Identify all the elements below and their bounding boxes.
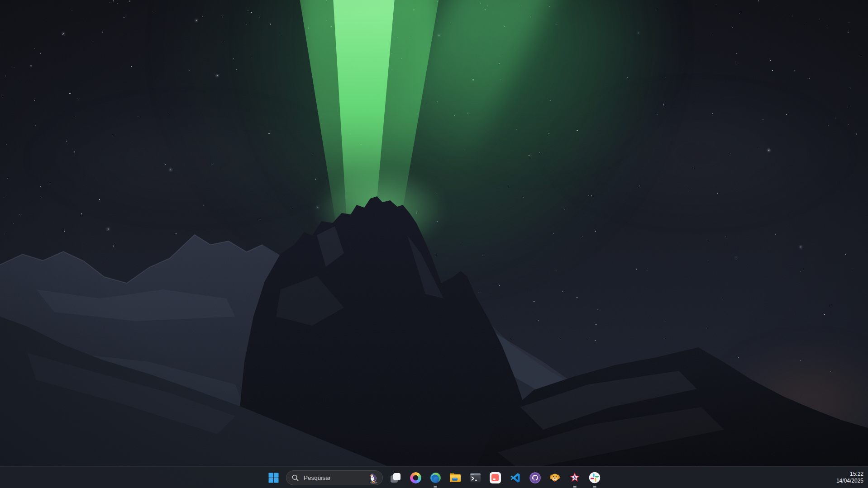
taskbar-app-task-view[interactable] xyxy=(386,467,405,488)
clock-date: 14/04/2025 xyxy=(836,478,863,484)
taskbar-app-edge[interactable] xyxy=(425,467,445,488)
github-icon xyxy=(529,472,541,483)
dog-face-icon xyxy=(549,472,561,483)
file-explorer-icon xyxy=(449,473,461,483)
taskbar-app-slack[interactable] xyxy=(585,467,605,488)
red-square-app-icon xyxy=(490,472,501,483)
desktop[interactable]: 15:22 14/04/2025 xyxy=(0,0,868,488)
running-indicator xyxy=(434,486,437,488)
task-view-icon xyxy=(390,472,401,483)
taskbar-apps xyxy=(386,467,605,488)
taskbar-app-file-explorer[interactable] xyxy=(445,467,465,488)
taskbar-app-terminal[interactable] xyxy=(465,467,485,488)
start-button[interactable] xyxy=(263,467,283,488)
edge-icon xyxy=(430,472,441,483)
taskbar-app-star-a-app[interactable] xyxy=(565,467,585,488)
terminal-icon xyxy=(470,472,481,483)
puffin-bird-icon xyxy=(368,472,380,484)
slack-icon xyxy=(589,472,601,483)
running-indicator xyxy=(573,486,577,488)
taskbar-app-vscode[interactable] xyxy=(505,467,525,488)
search-icon xyxy=(291,474,299,482)
taskbar-center-group xyxy=(263,467,605,488)
windows-start-icon xyxy=(268,473,279,483)
taskbar-app-raycast[interactable] xyxy=(485,467,505,488)
taskbar-app-github-desktop[interactable] xyxy=(525,467,545,488)
star-a-icon xyxy=(569,472,581,483)
clock[interactable]: 15:22 14/04/2025 xyxy=(836,471,863,484)
copilot-icon xyxy=(410,472,421,483)
vscode-icon xyxy=(510,472,521,483)
taskbar-app-dog-app[interactable] xyxy=(545,467,565,488)
clock-time: 15:22 xyxy=(836,471,863,478)
search-input[interactable] xyxy=(303,474,364,482)
taskbar: 15:22 14/04/2025 xyxy=(0,466,868,488)
mountains-silhouette xyxy=(0,0,868,488)
taskbar-app-copilot[interactable] xyxy=(405,467,425,488)
running-indicator xyxy=(593,486,596,488)
search-box[interactable] xyxy=(286,470,383,485)
